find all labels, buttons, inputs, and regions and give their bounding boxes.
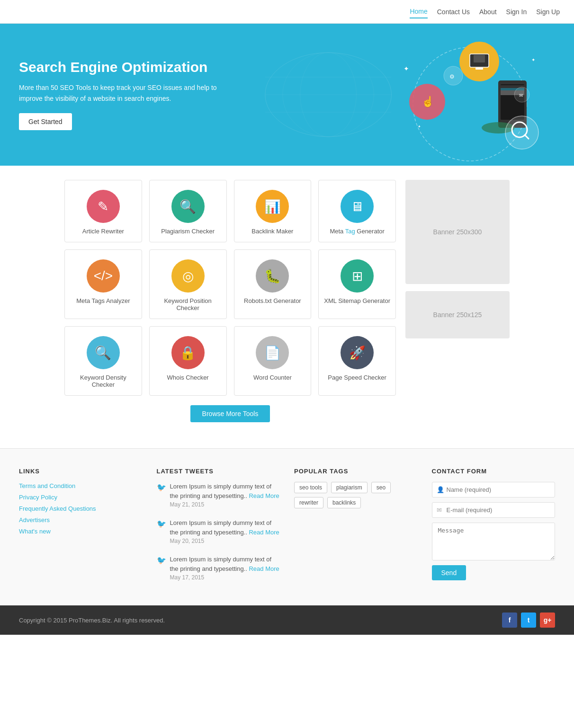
footer-link[interactable]: Frequently Asked Questions [19, 505, 96, 512]
send-button[interactable]: Send [432, 565, 466, 580]
svg-point-18 [505, 116, 538, 149]
twitter-icon: 🐦 [157, 519, 166, 545]
tool-card-meta-tags-analyzer[interactable]: </>Meta Tags Analyzer [64, 249, 142, 319]
tool-name: Keyword Density Checker [70, 374, 137, 388]
read-more-link[interactable]: Read More [249, 529, 279, 536]
svg-rect-10 [475, 68, 483, 70]
copyright-text: Copyright © 2015 ProThemes.Biz. All righ… [19, 617, 165, 624]
contact-message-input[interactable] [432, 523, 556, 560]
links-title: LINKS [19, 468, 143, 475]
hero-title: Search Engine Optimization [19, 59, 232, 75]
tool-card-whois-checker[interactable]: 🔒Whois Checker [149, 326, 227, 396]
tweet-item: 🐦Lorem Ipsum is simply dummy text of the… [157, 482, 280, 509]
tool-card-robots.txt-generator[interactable]: 🐛Robots.txt Generator [234, 249, 312, 319]
tool-icon: ✎ [87, 190, 120, 223]
tool-card-word-counter[interactable]: 📄Word Counter [234, 326, 312, 396]
email-input-wrap: ✉ [432, 502, 556, 518]
popular-tag[interactable]: rewriter [294, 497, 323, 508]
svg-text:☝: ☝ [422, 95, 435, 108]
footer-main: LINKS Terms and ConditionPrivacy PolicyF… [0, 448, 574, 605]
contact-name-input[interactable] [432, 482, 556, 497]
links-list: Terms and ConditionPrivacy PolicyFrequen… [19, 482, 143, 535]
name-input-wrap: 👤 [432, 482, 556, 497]
nav-signup[interactable]: Sign Up [536, 6, 560, 18]
nav-home[interactable]: Home [410, 5, 427, 18]
footer-bottom: Copyright © 2015 ProThemes.Biz. All righ… [0, 605, 574, 635]
tweet-text: Lorem Ipsum is simply dummy text of the … [170, 555, 280, 582]
footer-contact-col: CONTACT FORM 👤 ✉ Send [432, 468, 556, 591]
tool-name: Backlink Maker [239, 228, 306, 235]
tool-icon: 🐛 [256, 259, 289, 293]
footer-link[interactable]: Privacy Policy [19, 494, 57, 501]
tools-section: ✎Article Rewriter🔍Plagiarism Checker📊Bac… [64, 180, 396, 434]
tool-name: Meta Tag Generator [323, 228, 391, 235]
google-plus-icon[interactable]: g+ [540, 613, 555, 628]
hero-illustration: ☝ ⚙ ✉ ✦ ✦ ✦ [366, 33, 555, 166]
tool-name: Meta Tags Analyzer [70, 297, 137, 304]
tool-card-keyword-position-checker[interactable]: ◎Keyword Position Checker [149, 249, 227, 319]
contact-email-input[interactable] [432, 502, 556, 518]
banner-small: Banner 250x125 [405, 291, 510, 338]
navbar: Home Contact Us About Sign In Sign Up [0, 0, 574, 24]
footer-link[interactable]: Advertisers [19, 516, 50, 524]
footer-link[interactable]: What's new [19, 528, 51, 535]
tools-grid: ✎Article Rewriter🔍Plagiarism Checker📊Bac… [64, 180, 396, 396]
tool-icon: 📊 [256, 190, 289, 223]
tool-name: Page Speed Checker [323, 374, 391, 381]
facebook-icon[interactable]: f [502, 613, 517, 628]
social-icons: ftg+ [502, 613, 555, 628]
email-icon: ✉ [437, 506, 442, 514]
read-more-link[interactable]: Read More [249, 492, 279, 499]
popular-tag[interactable]: seo [371, 482, 391, 493]
footer-tags-col: POPULAR TAGS seo toolsplagiarismseorewri… [294, 468, 418, 591]
tool-card-plagiarism-checker[interactable]: 🔍Plagiarism Checker [149, 180, 227, 242]
tool-icon: ⊞ [341, 259, 374, 293]
tool-icon: ◎ [171, 259, 205, 293]
tool-card-page-speed-checker[interactable]: 🚀Page Speed Checker [318, 326, 396, 396]
tool-card-article-rewriter[interactable]: ✎Article Rewriter [64, 180, 142, 242]
footer-link[interactable]: Terms and Condition [19, 482, 75, 489]
get-started-button[interactable]: Get Started [19, 113, 72, 130]
main-content: ✎Article Rewriter🔍Plagiarism Checker📊Bac… [55, 180, 519, 434]
tool-name: Robots.txt Generator [239, 297, 306, 304]
person-icon: 👤 [437, 486, 444, 493]
popular-tag[interactable]: seo tools [294, 482, 327, 493]
tool-name: XML Sitemap Generator [323, 297, 391, 304]
twitter-icon[interactable]: t [521, 613, 536, 628]
tool-icon: 📄 [256, 336, 289, 369]
hero-content: Search Engine Optimization More than 50 … [19, 59, 232, 130]
tool-card-xml-sitemap-generator[interactable]: ⊞XML Sitemap Generator [318, 249, 396, 319]
svg-text:✦: ✦ [418, 124, 421, 129]
tool-icon: 🔒 [171, 336, 205, 369]
popular-tag[interactable]: backlinks [327, 497, 361, 508]
tool-icon: 🖥 [341, 190, 374, 223]
tool-card-backlink-maker[interactable]: 📊Backlink Maker [234, 180, 312, 242]
popular-tag[interactable]: plagiarism [331, 482, 368, 493]
svg-text:✉: ✉ [519, 93, 523, 98]
nav-signin[interactable]: Sign In [506, 6, 527, 18]
tool-card-meta-tag-generator[interactable]: 🖥Meta Tag Generator [318, 180, 396, 242]
svg-rect-9 [474, 55, 485, 62]
browse-btn-wrap: Browse More Tools [64, 405, 396, 422]
tweet-item: 🐦Lorem Ipsum is simply dummy text of the… [157, 518, 280, 545]
tool-name: Article Rewriter [70, 228, 137, 235]
footer-links-col: LINKS Terms and ConditionPrivacy PolicyF… [19, 468, 143, 591]
nav-about[interactable]: About [479, 6, 497, 18]
nav-links: Home Contact Us About Sign In Sign Up [410, 5, 560, 18]
tool-name: Whois Checker [154, 374, 222, 381]
tag-list: seo toolsplagiarismseorewriterbacklinks [294, 482, 418, 508]
hero-section: ☝ ⚙ ✉ ✦ ✦ ✦ Search Engine Optimization M… [0, 24, 574, 166]
tweets-list: 🐦Lorem Ipsum is simply dummy text of the… [157, 482, 280, 582]
twitter-icon: 🐦 [157, 556, 166, 582]
read-more-link[interactable]: Read More [249, 565, 279, 572]
svg-text:✦: ✦ [531, 57, 535, 62]
browse-more-button[interactable]: Browse More Tools [190, 405, 270, 422]
nav-contact[interactable]: Contact Us [437, 6, 470, 18]
contact-title: CONTACT FORM [432, 468, 556, 475]
sidebar: Banner 250x300 Banner 250x125 [405, 180, 510, 434]
svg-text:✦: ✦ [404, 65, 409, 72]
tool-icon: </> [87, 259, 120, 293]
tool-card-keyword-density-checker[interactable]: 🔍Keyword Density Checker [64, 326, 142, 396]
tweet-date: May 21, 2015 [170, 500, 280, 509]
tweet-date: May 17, 2015 [170, 573, 280, 582]
